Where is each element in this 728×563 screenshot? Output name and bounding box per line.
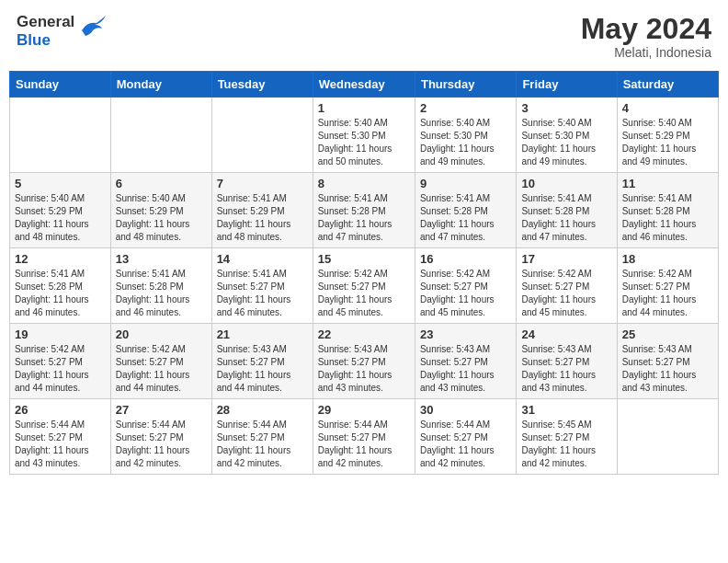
- calendar-cell: 21Sunrise: 5:43 AM Sunset: 5:27 PM Dayli…: [211, 324, 313, 399]
- day-info: Sunrise: 5:41 AM Sunset: 5:28 PM Dayligh…: [318, 192, 410, 244]
- day-number: 28: [217, 403, 308, 417]
- col-header-saturday: Saturday: [617, 72, 718, 98]
- calendar-week-row: 12Sunrise: 5:41 AM Sunset: 5:28 PM Dayli…: [10, 248, 719, 324]
- calendar-cell: 5Sunrise: 5:40 AM Sunset: 5:29 PM Daylig…: [10, 173, 111, 248]
- calendar-cell: [617, 399, 718, 475]
- col-header-tuesday: Tuesday: [211, 72, 313, 98]
- calendar-cell: 16Sunrise: 5:42 AM Sunset: 5:27 PM Dayli…: [415, 248, 516, 324]
- day-number: 7: [217, 177, 308, 190]
- day-number: 2: [420, 101, 511, 115]
- logo-bird-icon: [78, 14, 108, 43]
- calendar-table: SundayMondayTuesdayWednesdayThursdayFrid…: [9, 71, 719, 475]
- calendar-cell: 3Sunrise: 5:40 AM Sunset: 5:30 PM Daylig…: [517, 98, 617, 173]
- logo-blue: Blue: [17, 31, 74, 50]
- day-info: Sunrise: 5:40 AM Sunset: 5:30 PM Dayligh…: [521, 117, 611, 168]
- calendar-cell: 27Sunrise: 5:44 AM Sunset: 5:27 PM Dayli…: [110, 399, 211, 475]
- calendar-cell: 18Sunrise: 5:42 AM Sunset: 5:27 PM Dayli…: [617, 248, 718, 324]
- day-number: 20: [116, 327, 207, 341]
- day-info: Sunrise: 5:40 AM Sunset: 5:30 PM Dayligh…: [420, 117, 511, 168]
- day-info: Sunrise: 5:42 AM Sunset: 5:27 PM Dayligh…: [622, 268, 713, 319]
- calendar-cell: 15Sunrise: 5:42 AM Sunset: 5:27 PM Dayli…: [313, 248, 415, 324]
- location-subtitle: Melati, Indonesia: [581, 45, 711, 60]
- day-info: Sunrise: 5:41 AM Sunset: 5:28 PM Dayligh…: [420, 192, 511, 244]
- col-header-wednesday: Wednesday: [313, 72, 415, 98]
- logo-general: General: [17, 13, 74, 31]
- day-number: 26: [15, 403, 106, 417]
- calendar-cell: 8Sunrise: 5:41 AM Sunset: 5:28 PM Daylig…: [313, 173, 415, 248]
- calendar-cell: 29Sunrise: 5:44 AM Sunset: 5:27 PM Dayli…: [313, 399, 415, 475]
- day-number: 3: [521, 101, 611, 115]
- day-number: 9: [420, 177, 511, 190]
- day-number: 4: [622, 101, 713, 115]
- calendar-cell: 12Sunrise: 5:41 AM Sunset: 5:28 PM Dayli…: [10, 248, 111, 324]
- day-number: 23: [420, 327, 511, 341]
- calendar-cell: 22Sunrise: 5:43 AM Sunset: 5:27 PM Dayli…: [313, 324, 415, 399]
- day-number: 24: [521, 327, 611, 341]
- day-info: Sunrise: 5:44 AM Sunset: 5:27 PM Dayligh…: [217, 419, 308, 470]
- month-year-title: May 2024: [581, 13, 711, 45]
- day-info: Sunrise: 5:44 AM Sunset: 5:27 PM Dayligh…: [318, 419, 410, 470]
- col-header-sunday: Sunday: [10, 72, 111, 98]
- calendar-cell: [211, 98, 313, 173]
- page-header: General Blue May 2024 Melati, Indonesia: [9, 9, 719, 63]
- calendar-cell: 14Sunrise: 5:41 AM Sunset: 5:27 PM Dayli…: [211, 248, 313, 324]
- day-info: Sunrise: 5:40 AM Sunset: 5:29 PM Dayligh…: [15, 192, 106, 244]
- day-number: 10: [521, 177, 611, 190]
- day-number: 30: [420, 403, 511, 417]
- calendar-cell: 1Sunrise: 5:40 AM Sunset: 5:30 PM Daylig…: [313, 98, 415, 173]
- day-info: Sunrise: 5:43 AM Sunset: 5:27 PM Dayligh…: [622, 343, 713, 395]
- calendar-week-row: 26Sunrise: 5:44 AM Sunset: 5:27 PM Dayli…: [10, 399, 719, 475]
- day-number: 27: [116, 403, 207, 417]
- day-number: 18: [622, 252, 713, 266]
- day-number: 17: [521, 252, 611, 266]
- day-info: Sunrise: 5:40 AM Sunset: 5:29 PM Dayligh…: [622, 117, 713, 168]
- calendar-cell: 11Sunrise: 5:41 AM Sunset: 5:28 PM Dayli…: [617, 173, 718, 248]
- day-info: Sunrise: 5:41 AM Sunset: 5:27 PM Dayligh…: [217, 268, 308, 319]
- day-info: Sunrise: 5:40 AM Sunset: 5:30 PM Dayligh…: [318, 117, 410, 168]
- day-info: Sunrise: 5:42 AM Sunset: 5:27 PM Dayligh…: [420, 268, 511, 319]
- calendar-cell: 6Sunrise: 5:40 AM Sunset: 5:29 PM Daylig…: [110, 173, 211, 248]
- col-header-friday: Friday: [517, 72, 617, 98]
- day-number: 13: [116, 252, 207, 266]
- day-number: 19: [15, 327, 106, 341]
- calendar-cell: [110, 98, 211, 173]
- day-number: 16: [420, 252, 511, 266]
- col-header-monday: Monday: [110, 72, 211, 98]
- calendar-cell: 24Sunrise: 5:43 AM Sunset: 5:27 PM Dayli…: [517, 324, 617, 399]
- day-info: Sunrise: 5:41 AM Sunset: 5:29 PM Dayligh…: [217, 192, 308, 244]
- calendar-cell: 23Sunrise: 5:43 AM Sunset: 5:27 PM Dayli…: [415, 324, 516, 399]
- calendar-cell: 4Sunrise: 5:40 AM Sunset: 5:29 PM Daylig…: [617, 98, 718, 173]
- day-info: Sunrise: 5:44 AM Sunset: 5:27 PM Dayligh…: [15, 419, 106, 470]
- calendar-cell: 30Sunrise: 5:44 AM Sunset: 5:27 PM Dayli…: [415, 399, 516, 475]
- day-number: 15: [318, 252, 410, 266]
- calendar-week-row: 5Sunrise: 5:40 AM Sunset: 5:29 PM Daylig…: [10, 173, 719, 248]
- calendar-cell: 31Sunrise: 5:45 AM Sunset: 5:27 PM Dayli…: [517, 399, 617, 475]
- day-info: Sunrise: 5:41 AM Sunset: 5:28 PM Dayligh…: [116, 268, 207, 319]
- calendar-week-row: 1Sunrise: 5:40 AM Sunset: 5:30 PM Daylig…: [10, 98, 719, 173]
- day-number: 1: [318, 101, 410, 115]
- calendar-cell: 2Sunrise: 5:40 AM Sunset: 5:30 PM Daylig…: [415, 98, 516, 173]
- day-number: 14: [217, 252, 308, 266]
- day-info: Sunrise: 5:42 AM Sunset: 5:27 PM Dayligh…: [116, 343, 207, 395]
- calendar-cell: 20Sunrise: 5:42 AM Sunset: 5:27 PM Dayli…: [110, 324, 211, 399]
- title-block: May 2024 Melati, Indonesia: [581, 13, 711, 60]
- calendar-week-row: 19Sunrise: 5:42 AM Sunset: 5:27 PM Dayli…: [10, 324, 719, 399]
- day-info: Sunrise: 5:41 AM Sunset: 5:28 PM Dayligh…: [622, 192, 713, 244]
- day-number: 21: [217, 327, 308, 341]
- calendar-cell: 9Sunrise: 5:41 AM Sunset: 5:28 PM Daylig…: [415, 173, 516, 248]
- day-number: 31: [521, 403, 611, 417]
- day-info: Sunrise: 5:45 AM Sunset: 5:27 PM Dayligh…: [521, 419, 611, 470]
- day-info: Sunrise: 5:44 AM Sunset: 5:27 PM Dayligh…: [116, 419, 207, 470]
- day-number: 22: [318, 327, 410, 341]
- day-info: Sunrise: 5:41 AM Sunset: 5:28 PM Dayligh…: [521, 192, 611, 244]
- day-info: Sunrise: 5:41 AM Sunset: 5:28 PM Dayligh…: [15, 268, 106, 319]
- calendar-cell: 10Sunrise: 5:41 AM Sunset: 5:28 PM Dayli…: [517, 173, 617, 248]
- day-number: 25: [622, 327, 713, 341]
- day-number: 11: [622, 177, 713, 190]
- day-info: Sunrise: 5:43 AM Sunset: 5:27 PM Dayligh…: [521, 343, 611, 395]
- calendar-cell: 25Sunrise: 5:43 AM Sunset: 5:27 PM Dayli…: [617, 324, 718, 399]
- day-number: 29: [318, 403, 410, 417]
- day-info: Sunrise: 5:42 AM Sunset: 5:27 PM Dayligh…: [521, 268, 611, 319]
- calendar-cell: [10, 98, 111, 173]
- day-number: 8: [318, 177, 410, 190]
